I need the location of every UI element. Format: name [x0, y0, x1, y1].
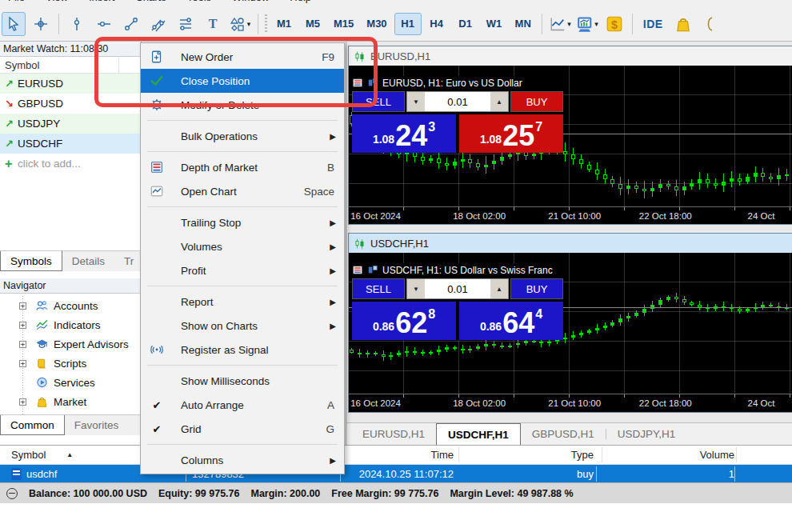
column-header-volume[interactable]: Volume	[638, 446, 734, 464]
navigator-item-indicators[interactable]: +Indicators	[0, 315, 142, 334]
chart-plot-area-eurusd[interactable]: EURUSD, H1: Euro vs US DollarSELL▼0.01▲B…	[349, 66, 792, 206]
menubar-item-help[interactable]: Help	[290, 0, 311, 3]
menubar-item-file[interactable]: File	[8, 0, 25, 3]
tab-favorites[interactable]: Favorites	[65, 415, 129, 435]
chart-tab-gbpusdh1[interactable]: GBPUSD,H1	[521, 423, 606, 445]
navigator-item-services[interactable]: Services	[0, 373, 142, 392]
sell-button[interactable]: SELL	[352, 91, 405, 112]
menu-item-columns[interactable]: Columns▶	[141, 448, 344, 472]
chart-mini-icon[interactable]	[367, 265, 378, 275]
buy-button[interactable]: BUY	[510, 278, 563, 299]
text-tool-tool-button[interactable]: T	[201, 12, 225, 36]
crosshair-tool-button[interactable]	[29, 12, 53, 36]
chart-tab-eurusdh1[interactable]: EURUSD,H1	[351, 423, 436, 445]
tab-symbols[interactable]: Symbols	[0, 251, 62, 271]
chart-window-titlebar[interactable]: USDCHF,H1	[349, 234, 792, 253]
navigator-item-scripts[interactable]: +Scripts	[0, 354, 142, 373]
buy-button[interactable]: BUY	[510, 91, 563, 112]
depth-of-market-mini-icon[interactable]	[352, 265, 363, 275]
market-watch-add-row[interactable]: + click to add...	[0, 154, 141, 174]
buy-price-panel[interactable]: 1.08257	[459, 114, 563, 153]
menu-item-trailing-stop[interactable]: Trailing Stop▶	[141, 210, 344, 234]
channel-tool-button[interactable]	[146, 12, 170, 36]
menu-item-open-chart[interactable]: Open ChartSpace	[141, 179, 344, 203]
timeframe-button-m5[interactable]: M5	[299, 13, 326, 35]
chart-plot-area-usdchf[interactable]: USDCHF, H1: US Dollar vs Swiss FrancSELL…	[349, 253, 792, 394]
market-store-button[interactable]	[671, 12, 695, 36]
market-watch-row-eurusd[interactable]: ↗EURUSD	[0, 74, 141, 94]
sell-price-panel[interactable]: 1.08243	[352, 114, 456, 153]
horizontal-line-tool-button[interactable]	[92, 12, 116, 36]
menu-item-volumes[interactable]: Volumes▶	[141, 234, 344, 258]
menu-item-depth-of-market[interactable]: Depth of MarketB	[141, 155, 344, 179]
chevron-down-icon[interactable]: ▾	[567, 20, 571, 28]
menu-item-profit[interactable]: Profit▶	[141, 258, 344, 282]
expand-plus-box[interactable]: +	[19, 322, 26, 329]
volume-increase-button[interactable]: ▲	[490, 92, 508, 111]
timeframe-button-w1[interactable]: W1	[481, 13, 508, 35]
expand-plus-box[interactable]: +	[19, 302, 26, 310]
chart-tab-usdjpyh1[interactable]: USDJPY,H1	[606, 423, 687, 445]
cursor-tool-button[interactable]	[2, 12, 26, 36]
market-watch-row-usdjpy[interactable]: ↗USDJPY	[0, 114, 141, 134]
column-header-type[interactable]: Type	[498, 446, 594, 464]
volume-decrease-button[interactable]: ▼	[407, 279, 425, 298]
menu-item-show-on-charts[interactable]: Show on Charts▶	[141, 314, 344, 338]
timeframe-button-h4[interactable]: H4	[423, 13, 450, 35]
trade-table-row[interactable]: usdchf1327898322024.10.25 11:07:12buy1	[0, 465, 792, 483]
menubar-item-charts[interactable]: Charts	[135, 0, 166, 3]
timeframe-button-m1[interactable]: M1	[270, 13, 298, 35]
sell-price-panel[interactable]: 0.86628	[352, 302, 456, 340]
navigator-item-market[interactable]: +Market	[0, 392, 142, 411]
market-watch-column-header[interactable]: Symbol	[0, 57, 141, 74]
vertical-line-tool-button[interactable]	[65, 12, 89, 36]
menubar-item-insert[interactable]: Insert	[89, 0, 115, 3]
chevron-down-icon[interactable]: ▾	[247, 20, 251, 28]
tab-common[interactable]: Common	[0, 415, 65, 435]
navigator-item-expert-advisors[interactable]: +Expert Advisors	[0, 334, 142, 354]
menu-item-report[interactable]: Report▶	[141, 290, 344, 314]
chart-type-button[interactable]: ▾	[548, 12, 572, 36]
column-header-time[interactable]: Time	[334, 446, 454, 464]
expand-plus-box[interactable]: +	[19, 398, 26, 406]
menu-item-show-milliseconds[interactable]: Show Milliseconds	[141, 369, 344, 393]
sell-button[interactable]: SELL	[352, 278, 405, 299]
chevron-down-icon[interactable]: ▾	[594, 20, 598, 28]
menu-item-auto-arrange[interactable]: ✔Auto ArrangeA	[141, 393, 344, 417]
clipped-toolbar-button[interactable]	[698, 12, 722, 36]
volume-input[interactable]: 0.01	[425, 279, 490, 298]
volume-increase-button[interactable]: ▲	[490, 279, 508, 298]
timeframe-button-m15[interactable]: M15	[328, 13, 359, 35]
market-watch-row-gbpusd[interactable]: ↘GBPUSD	[0, 94, 141, 114]
volume-input[interactable]: 0.01	[425, 92, 490, 111]
expand-plus-box[interactable]: +	[19, 360, 26, 367]
chart-tab-usdchfh1[interactable]: USDCHF,H1	[436, 423, 521, 445]
fibonacci-tool-button[interactable]	[174, 12, 198, 36]
menu-item-grid[interactable]: ✔GridG	[141, 417, 344, 441]
menubar-item-window[interactable]: Window	[232, 0, 269, 3]
dollar-button[interactable]: $	[602, 12, 626, 36]
navigator-item-accounts[interactable]: +Accounts	[0, 296, 142, 315]
expand-plus-box[interactable]: +	[19, 341, 26, 348]
menu-item-new-order[interactable]: New OrderF9	[141, 45, 344, 69]
chart-mini-icon[interactable]	[367, 78, 378, 88]
indicators-button[interactable]: ▾	[575, 12, 599, 36]
menu-item-close-position[interactable]: Close Position	[141, 69, 344, 93]
volume-decrease-button[interactable]: ▼	[407, 92, 425, 111]
menubar-item-view[interactable]: View	[46, 0, 68, 3]
timeframe-button-d1[interactable]: D1	[452, 13, 479, 35]
shapes-tool-button[interactable]: ▾	[228, 12, 252, 36]
timeframe-button-m30[interactable]: M30	[361, 13, 392, 35]
chart-window-titlebar[interactable]: EURUSD,H1	[349, 46, 792, 66]
buy-price-panel[interactable]: 0.86644	[459, 302, 563, 340]
ide-button[interactable]: IDE	[637, 18, 670, 30]
menu-item-bulk-operations[interactable]: Bulk Operations▶	[141, 124, 344, 148]
menu-item-register-as-signal[interactable]: Register as Signal	[141, 338, 344, 362]
column-header-symbol[interactable]: Symbol▲	[11, 446, 155, 464]
depth-of-market-mini-icon[interactable]	[352, 78, 363, 88]
menubar-item-tools[interactable]: Tools	[187, 0, 211, 3]
trendline-tool-button[interactable]	[119, 12, 143, 36]
menu-item-modify-or-delete[interactable]: Modify or Delete	[141, 93, 344, 117]
timeframe-button-mn[interactable]: MN	[510, 13, 537, 35]
timeframe-button-h1[interactable]: H1	[394, 13, 422, 35]
